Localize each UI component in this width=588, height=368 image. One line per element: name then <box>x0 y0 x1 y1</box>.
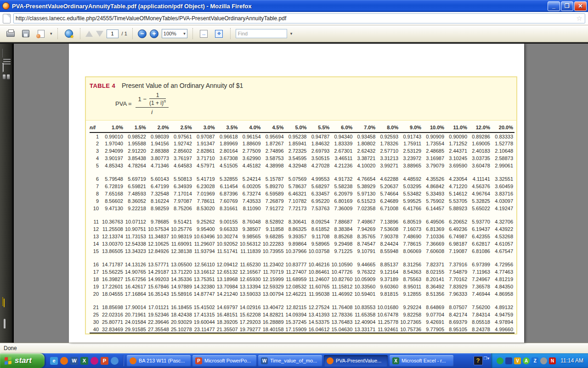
table-row: 76.728196.598216.471996.349396.230286.11… <box>90 183 514 190</box>
pva-cell: 4.32948 <box>285 162 308 169</box>
pva-cell: 7.78611 <box>193 197 216 205</box>
email-dropdown-arrow[interactable]: ▾ <box>50 31 52 36</box>
ie-quicklaunch-icon[interactable]: e <box>50 357 58 365</box>
formula-fraction: 1 − 1 (1 + i)n i <box>136 92 169 115</box>
pva-cell: 0.94787 <box>308 132 331 140</box>
green-a-tray-icon[interactable]: A <box>523 357 530 364</box>
pva-cell: 7.16073 <box>400 225 423 233</box>
pva-cell: 5.15787 <box>262 175 285 183</box>
pva-cell: 11.34837 <box>147 233 170 240</box>
pva-cell: 9.76322 <box>354 268 377 276</box>
pva-cell: 2.48685 <box>423 147 446 155</box>
rate-header: 10.0% <box>423 122 446 132</box>
excel-quicklaunch-icon[interactable]: X <box>80 357 88 365</box>
web-button[interactable] <box>63 28 75 40</box>
task-button[interactable]: WTime_value_of_mo... <box>258 355 322 367</box>
pva-cell: 13.71220 <box>170 268 193 276</box>
previous-page-button[interactable] <box>85 31 93 37</box>
fit-width-button[interactable]: ↔ <box>198 28 210 40</box>
pva-cell: 8.75563 <box>400 276 423 283</box>
rate-header: 2.5% <box>170 122 193 132</box>
search-panel-button[interactable] <box>2 72 11 82</box>
pva-cell: 8.11090 <box>239 205 262 212</box>
pva-cell: 6.74987 <box>446 233 469 240</box>
pva-cell: 8.75206 <box>170 205 193 212</box>
comments-panel-button[interactable] <box>2 298 11 308</box>
firefox-quicklaunch-icon[interactable] <box>60 357 68 365</box>
period-cell: 15 <box>90 247 102 255</box>
pva-cell: 13.18968 <box>216 276 239 283</box>
zoom-level-select[interactable]: 100% ▾ <box>162 29 187 38</box>
pva-cell: 22.39646 <box>147 318 170 326</box>
pva-cell: 1.71252 <box>446 140 469 147</box>
formula-inner-numerator: 1 <box>156 92 159 98</box>
gray-tray-icon[interactable] <box>540 357 547 364</box>
pva-cell: 8.55948 <box>377 247 400 255</box>
pva-cell: 7.54879 <box>446 268 469 276</box>
shield-tray-icon[interactable]: V <box>514 357 521 364</box>
fit-page-button[interactable]: ✥ <box>213 28 225 40</box>
fit-page-icon: ✥ <box>215 30 223 38</box>
window-quicklaunch-icon[interactable] <box>111 357 119 365</box>
period-cell: 7 <box>90 183 102 190</box>
close-button[interactable]: ✕ <box>574 1 587 11</box>
pva-cell: 1.89969 <box>216 140 239 147</box>
task-button[interactable]: XMicrosoft Excel - r... <box>390 355 453 367</box>
settings-tray-icon[interactable] <box>505 357 512 364</box>
zoom-out-button[interactable]: − <box>138 29 147 38</box>
find-dropdown-arrow[interactable]: ▾ <box>290 31 293 36</box>
pva-cell: 7.49867 <box>354 218 377 225</box>
z-tray-icon[interactable]: Z <box>531 357 538 364</box>
zoom-in-button[interactable]: + <box>150 29 158 38</box>
save-button[interactable] <box>20 28 32 40</box>
find-input[interactable] <box>236 29 287 38</box>
pva-cell: 4.38998 <box>262 162 285 169</box>
word-quicklaunch-icon[interactable]: W <box>70 357 78 365</box>
pva-cell: 14.09394 <box>285 311 308 318</box>
pva-cell: 0.90909 <box>423 132 446 140</box>
url-field[interactable]: http://classes.lanecc.edu/file.php/24555… <box>13 13 585 23</box>
task-button[interactable]: BA 213 W11 (Pasc... <box>127 355 191 367</box>
pdf-sidebar <box>0 44 14 343</box>
pva-cell: 12.59329 <box>262 283 285 290</box>
novell-tray-icon[interactable]: N <box>549 357 556 364</box>
restore-button[interactable]: ❐ <box>561 1 573 11</box>
table-row: 1211.2550810.9075110.5753410.257769.9540… <box>90 225 514 233</box>
pva-cell: 14.90765 <box>124 268 147 276</box>
chevron-button[interactable]: ❐▾ <box>484 356 490 368</box>
task-button[interactable]: PVA-PresentValue... <box>324 355 388 367</box>
pva-cell: 5.89270 <box>262 183 285 190</box>
next-page-button[interactable] <box>96 31 103 37</box>
pva-cell: 9.82258 <box>400 311 423 318</box>
pva-cell: 11.73153 <box>124 233 147 240</box>
pva-cell: 6.49236 <box>446 225 469 233</box>
pva-cell: 6.51523 <box>354 197 377 205</box>
pva-cell: 6.71008 <box>377 205 400 212</box>
green-orb-tray-icon[interactable] <box>497 357 503 364</box>
minimize-button[interactable]: _ <box>548 1 560 11</box>
email-button[interactable] <box>35 28 47 40</box>
bookmark-star-icon[interactable]: ☆ <box>576 15 583 22</box>
rate-header: 3.0% <box>193 122 216 132</box>
pva-cell: 7.01969 <box>193 190 216 197</box>
pva-cell: 7.24967 <box>469 276 492 283</box>
powerpoint-quicklaunch-icon[interactable]: P <box>101 357 108 365</box>
pva-cell: 6.41766 <box>400 205 423 212</box>
help-button[interactable]: ? <box>474 356 483 365</box>
pva-cell: 10.46216 <box>308 261 331 268</box>
pva-cell: 5.65022 <box>469 205 492 212</box>
print-button[interactable] <box>5 28 17 40</box>
task-button[interactable]: PMicrosoft PowerPo... <box>192 355 256 367</box>
pva-cell: 6.19437 <box>469 225 492 233</box>
attachments-panel-button[interactable] <box>4 320 13 330</box>
pages-panel-button[interactable] <box>2 49 11 59</box>
firefox-task-icon <box>130 357 136 364</box>
start-button[interactable]: start <box>0 353 45 368</box>
pva-cell: 8.76048 <box>239 218 262 225</box>
key-quicklaunch-icon[interactable] <box>90 357 98 365</box>
pva-cell: 9.89864 <box>285 240 308 247</box>
pva-formula: PVA = 1 − 1 (1 + i)n i <box>115 92 513 115</box>
pva-cell: 3.03735 <box>469 155 492 162</box>
page-number-input[interactable] <box>107 29 119 38</box>
pva-cell: 2.67301 <box>331 147 354 155</box>
